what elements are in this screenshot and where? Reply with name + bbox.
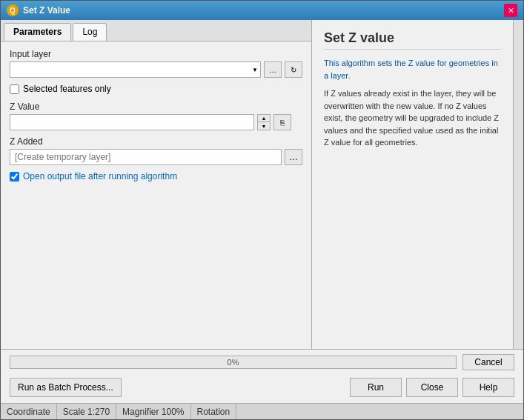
iterate-button[interactable]: ↻ (285, 61, 302, 78)
z-added-input[interactable] (10, 149, 282, 165)
help-paragraph-1: This algorithm sets the Z value for geom… (324, 57, 501, 81)
input-layer-row: ▼ … ↻ (10, 61, 302, 78)
z-value-down-button[interactable]: ▼ (258, 122, 270, 130)
tab-parameters[interactable]: Parameters (4, 23, 71, 41)
close-dialog-button[interactable]: Close (406, 378, 458, 397)
progress-row: 0% Cancel (1, 350, 523, 375)
selected-features-checkbox[interactable] (10, 84, 19, 94)
status-coordinate-label: Coordinate (7, 407, 50, 417)
ellipsis-button[interactable]: … (264, 61, 282, 78)
selected-features-row: Selected features only (10, 84, 302, 94)
action-buttons: Run Close Help (350, 378, 514, 397)
z-added-browse-button[interactable]: … (285, 149, 302, 165)
status-rotation-label: Rotation (197, 407, 231, 417)
title-bar: Q Set Z Value ✕ (1, 1, 523, 20)
help-title: Set Z value (324, 30, 501, 50)
z-value-input[interactable]: 0,000000 (10, 114, 254, 130)
close-button[interactable]: ✕ (504, 4, 517, 17)
status-magnifier: Magnifier 100% (116, 404, 190, 419)
tab-log[interactable]: Log (73, 23, 107, 41)
cancel-button[interactable]: Cancel (462, 354, 514, 370)
z-value-up-button[interactable]: ▲ (258, 115, 270, 122)
z-added-row: … (10, 149, 302, 165)
qgis-icon: Q (7, 4, 19, 16)
selected-features-label[interactable]: Selected features only (23, 84, 111, 94)
help-paragraph-2: If Z values already exist in the layer, … (324, 87, 501, 149)
main-content: Parameters Log Input layer ▼ … ↻ (1, 20, 523, 349)
dialog-title: Set Z Value (23, 5, 70, 16)
z-value-label: Z Value (10, 101, 302, 112)
batch-process-button[interactable]: Run as Batch Process... (10, 378, 122, 397)
progress-label: 0% (228, 358, 239, 367)
open-output-checkbox[interactable] (10, 172, 19, 181)
right-panel: Set Z value This algorithm sets the Z va… (312, 20, 513, 349)
z-added-label: Z Added (10, 136, 302, 147)
status-bar: Coordinate Scale 1:270 Magnifier 100% Ro… (1, 403, 523, 419)
z-value-spin-buttons: ▲ ▼ (257, 114, 271, 130)
tabs: Parameters Log (1, 20, 311, 41)
input-layer-label: Input layer (10, 49, 302, 59)
help-button[interactable]: Help (462, 378, 514, 397)
z-value-spinbox-wrapper: 0,000000 ▲ ▼ (10, 114, 271, 130)
left-panel: Parameters Log Input layer ▼ … ↻ (1, 20, 312, 349)
open-output-row: Open output file after running algorithm (10, 171, 302, 181)
right-scrollbar[interactable] (513, 20, 523, 349)
bottom-area: 0% Cancel Run as Batch Process... Run Cl… (1, 349, 523, 403)
dialog: Q Set Z Value ✕ Parameters Log Input lay… (0, 0, 524, 420)
run-button[interactable]: Run (350, 378, 402, 397)
input-layer-select[interactable] (10, 61, 261, 78)
form-area: Input layer ▼ … ↻ Selected features only (1, 41, 311, 349)
title-bar-left: Q Set Z Value (7, 4, 70, 16)
z-value-copy-button[interactable]: ⎘ (273, 114, 291, 130)
input-layer-select-wrapper: ▼ (10, 61, 261, 78)
status-scale-label: Scale 1:270 (63, 407, 110, 417)
open-output-label[interactable]: Open output file after running algorithm (23, 171, 177, 181)
progress-bar: 0% (10, 356, 457, 369)
status-coordinate: Coordinate (7, 404, 57, 419)
action-row: Run as Batch Process... Run Close Help (1, 375, 523, 403)
status-rotation: Rotation (191, 404, 237, 419)
status-magnifier-label: Magnifier 100% (122, 407, 184, 417)
status-scale: Scale 1:270 (57, 404, 116, 419)
z-value-row: 0,000000 ▲ ▼ ⎘ (10, 114, 302, 130)
